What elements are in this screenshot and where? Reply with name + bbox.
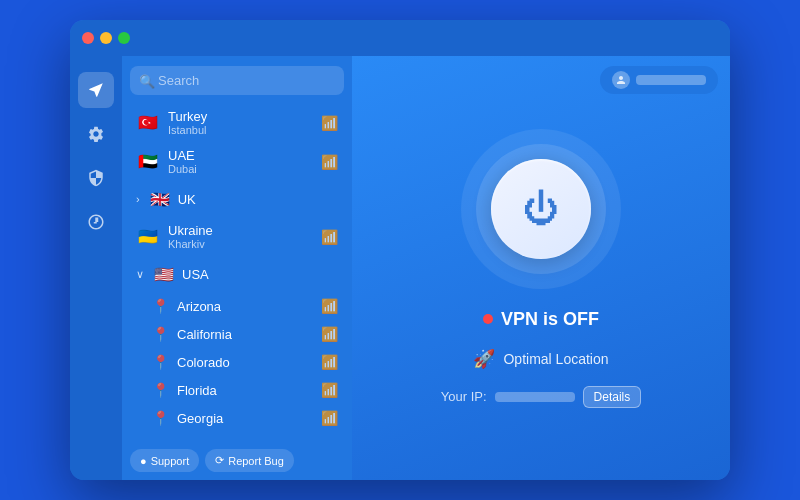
sidebar-item-servers[interactable] <box>78 72 114 108</box>
server-panel: 🔍 🇹🇷 Turkey Istanbul 📶 🇦🇪 <box>122 56 352 480</box>
chevron-down-icon: ∨ <box>136 268 144 281</box>
sidebar-icons <box>70 56 122 480</box>
server-list: 🇹🇷 Turkey Istanbul 📶 🇦🇪 UAE Dubai 📶 <box>130 103 344 441</box>
location-pin-icon: 📍 <box>152 382 169 398</box>
title-bar <box>70 20 730 56</box>
search-input[interactable] <box>130 66 344 95</box>
sidebar-item-security[interactable] <box>78 160 114 196</box>
details-label: Details <box>594 390 631 404</box>
list-item[interactable]: 📍 Arizona 📶 <box>130 292 344 320</box>
sub-name: Florida <box>177 383 313 398</box>
list-item[interactable]: 🇺🇦 Ukraine Kharkiv 📶 <box>130 217 344 256</box>
server-name: UAE <box>168 148 313 163</box>
location-pin-icon: 📍 <box>152 410 169 426</box>
close-button[interactable] <box>82 32 94 44</box>
list-item[interactable]: 📍 California 📶 <box>130 320 344 348</box>
uae-flag: 🇦🇪 <box>136 150 160 174</box>
signal-icon: 📶 <box>321 298 338 314</box>
chevron-right-icon: › <box>136 193 140 205</box>
ip-address <box>495 392 575 402</box>
power-ring-inner: ⏻ <box>476 144 606 274</box>
signal-icon: 📶 <box>321 382 338 398</box>
user-badge[interactable] <box>600 66 718 94</box>
turkey-flag: 🇹🇷 <box>136 111 160 135</box>
minimize-button[interactable] <box>100 32 112 44</box>
vpn-status: VPN is OFF <box>483 309 599 330</box>
uk-flag: 🇬🇧 <box>148 187 172 211</box>
support-label: Support <box>151 455 190 467</box>
traffic-lights <box>82 32 130 44</box>
vpn-status-text: VPN is OFF <box>501 309 599 330</box>
location-pin-icon: 📍 <box>152 354 169 370</box>
signal-icon: 📶 <box>321 410 338 426</box>
server-info: Ukraine Kharkiv <box>168 223 313 250</box>
right-panel: ⏻ VPN is OFF 🚀 Optimal Location Your IP:… <box>352 56 730 480</box>
sub-name: California <box>177 327 313 342</box>
location-pin-icon: 📍 <box>152 326 169 342</box>
signal-icon: 📶 <box>321 115 338 131</box>
usa-flag: 🇺🇸 <box>152 262 176 286</box>
list-item[interactable]: 📍 Georgia 📶 <box>130 404 344 432</box>
main-content: 🔍 🇹🇷 Turkey Istanbul 📶 🇦🇪 <box>70 56 730 480</box>
sub-name: Georgia <box>177 411 313 426</box>
server-name: Turkey <box>168 109 313 124</box>
ip-row: Your IP: Details <box>441 386 641 408</box>
server-city: Dubai <box>168 163 313 175</box>
bug-label: Report Bug <box>228 455 284 467</box>
support-button[interactable]: ● Support <box>130 449 199 472</box>
power-icon: ⏻ <box>523 191 559 227</box>
rocket-icon: 🚀 <box>473 348 495 370</box>
details-button[interactable]: Details <box>583 386 642 408</box>
status-dot <box>483 314 493 324</box>
report-bug-button[interactable]: ⟳ Report Bug <box>205 449 294 472</box>
sidebar-item-hand[interactable] <box>78 204 114 240</box>
user-name <box>636 75 706 85</box>
optimal-location[interactable]: 🚀 Optimal Location <box>473 348 608 370</box>
sub-name: Arizona <box>177 299 313 314</box>
signal-icon: 📶 <box>321 354 338 370</box>
server-name: Ukraine <box>168 223 313 238</box>
power-ring-outer: ⏻ <box>461 129 621 289</box>
server-city: Kharkiv <box>168 238 313 250</box>
server-info: UAE Dubai <box>168 148 313 175</box>
location-pin-icon: 📍 <box>152 298 169 314</box>
uk-group-header[interactable]: › 🇬🇧 UK <box>130 181 344 217</box>
ukraine-flag: 🇺🇦 <box>136 225 160 249</box>
search-wrapper: 🔍 <box>130 66 344 95</box>
maximize-button[interactable] <box>118 32 130 44</box>
sub-name: Colorado <box>177 355 313 370</box>
list-item[interactable]: 🇦🇪 UAE Dubai 📶 <box>130 142 344 181</box>
usa-group-header[interactable]: ∨ 🇺🇸 USA <box>130 256 344 292</box>
server-city: Istanbul <box>168 124 313 136</box>
list-item[interactable]: 📍 Colorado 📶 <box>130 348 344 376</box>
panel-footer: ● Support ⟳ Report Bug <box>130 441 344 472</box>
list-item[interactable]: 🇹🇷 Turkey Istanbul 📶 <box>130 103 344 142</box>
user-avatar-icon <box>612 71 630 89</box>
signal-icon: 📶 <box>321 154 338 170</box>
signal-icon: 📶 <box>321 326 338 342</box>
support-icon: ● <box>140 455 147 467</box>
uk-group-name: UK <box>178 192 196 207</box>
power-button[interactable]: ⏻ <box>491 159 591 259</box>
app-window: 🔍 🇹🇷 Turkey Istanbul 📶 🇦🇪 <box>70 20 730 480</box>
signal-icon: 📶 <box>321 229 338 245</box>
sidebar-item-settings[interactable] <box>78 116 114 152</box>
usa-group-name: USA <box>182 267 209 282</box>
ip-label: Your IP: <box>441 389 487 404</box>
bug-icon: ⟳ <box>215 454 224 467</box>
server-info: Turkey Istanbul <box>168 109 313 136</box>
list-item[interactable]: 📍 Florida 📶 <box>130 376 344 404</box>
optimal-label: Optimal Location <box>503 351 608 367</box>
